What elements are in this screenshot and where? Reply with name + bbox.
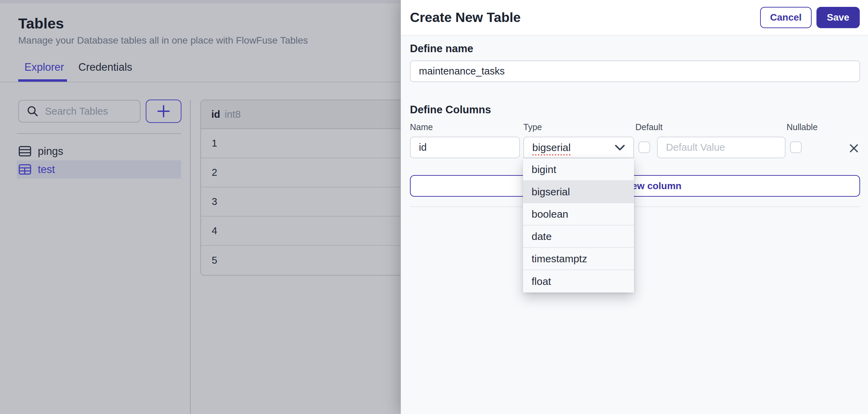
drawer-title: Create New Table bbox=[410, 10, 760, 25]
columns-section-divider bbox=[410, 206, 860, 207]
type-option-bigserial[interactable]: bigserial bbox=[523, 181, 634, 203]
cancel-button[interactable]: Cancel bbox=[760, 7, 812, 28]
field-label-nullable: Nullable bbox=[787, 122, 817, 132]
selected-type-value: bigserial bbox=[532, 142, 615, 153]
type-option-float[interactable]: float bbox=[523, 270, 634, 292]
define-columns-label: Define Columns bbox=[410, 104, 491, 116]
column-name-input[interactable] bbox=[410, 137, 520, 158]
app-window: Tables Manage your Database tables all i… bbox=[0, 0, 868, 414]
define-name-label: Define name bbox=[410, 43, 473, 55]
field-label-type: Type bbox=[523, 122, 542, 132]
default-checkbox[interactable] bbox=[638, 141, 650, 153]
default-value-input[interactable] bbox=[657, 137, 786, 158]
remove-column-button[interactable] bbox=[846, 141, 861, 156]
type-dropdown-menu: bigint bigserial boolean date timestampt… bbox=[523, 159, 634, 292]
drawer-header: Create New Table Cancel Save bbox=[401, 0, 868, 36]
nullable-checkbox[interactable] bbox=[790, 141, 802, 153]
close-icon bbox=[849, 143, 859, 153]
field-label-name: Name bbox=[410, 122, 433, 132]
type-option-bigint[interactable]: bigint bbox=[523, 159, 634, 181]
field-label-default: Default bbox=[635, 122, 663, 132]
chevron-down-icon bbox=[615, 144, 625, 151]
type-option-timestamptz[interactable]: timestamptz bbox=[523, 248, 634, 270]
column-type-select[interactable]: bigserial bbox=[523, 137, 634, 158]
add-column-button[interactable]: + Add a new column bbox=[410, 175, 860, 197]
type-option-date[interactable]: date bbox=[523, 226, 634, 248]
save-button[interactable]: Save bbox=[816, 7, 860, 28]
table-name-input[interactable] bbox=[410, 60, 860, 82]
create-table-drawer: Create New Table Cancel Save Define name… bbox=[401, 0, 868, 414]
type-option-boolean[interactable]: boolean bbox=[523, 203, 634, 226]
